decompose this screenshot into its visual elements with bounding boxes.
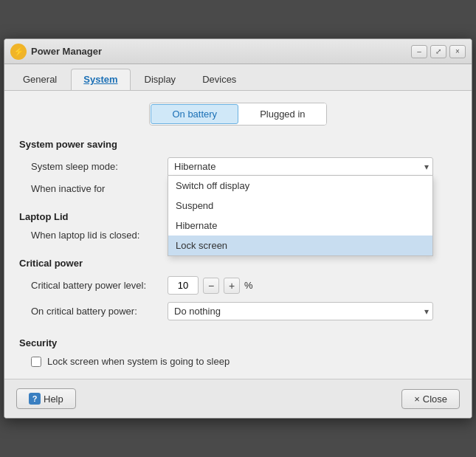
- help-button[interactable]: ? Help: [16, 388, 76, 409]
- titlebar-controls: – ⤢ ×: [411, 45, 466, 58]
- on-battery-button[interactable]: On battery: [151, 104, 238, 124]
- restore-button[interactable]: ⤢: [430, 45, 446, 58]
- on-critical-select[interactable]: Do nothing: [168, 302, 433, 320]
- tab-devices[interactable]: Devices: [190, 69, 249, 90]
- sleep-mode-row: System sleep mode: Hibernate ▾ Switch of…: [19, 157, 457, 176]
- inactive-label: When inactive for: [31, 183, 168, 194]
- on-critical-label: On critical battery power:: [31, 306, 168, 317]
- close-button[interactable]: × Close: [401, 389, 460, 409]
- power-manager-window: ⚡ Power Manager – ⤢ × General System Dis…: [4, 38, 472, 419]
- power-icon: ⚡: [10, 44, 27, 60]
- sleep-mode-dropdown-list: Switch off display Suspend Hibernate Loc…: [168, 176, 433, 256]
- tabs-bar: General System Display Devices: [4, 64, 472, 91]
- battery-toggle-group: On battery Plugged in: [19, 103, 457, 126]
- lock-screen-label: Lock screen when system is going to slee…: [47, 356, 230, 367]
- tab-general[interactable]: General: [10, 69, 69, 90]
- lock-screen-checkbox[interactable]: [31, 357, 41, 367]
- toggle-group: On battery Plugged in: [149, 103, 326, 126]
- critical-level-control: − + %: [168, 276, 457, 295]
- critical-level-label: Critical battery power level:: [31, 280, 168, 291]
- on-critical-wrapper: Do nothing ▾: [168, 302, 433, 320]
- system-power-saving-title: System power saving: [19, 139, 457, 150]
- dropdown-item-suspend[interactable]: Suspend: [168, 196, 432, 216]
- security-divider: [19, 329, 457, 330]
- close-window-button[interactable]: ×: [449, 45, 466, 58]
- percent-unit: %: [244, 280, 253, 291]
- decrement-button[interactable]: −: [203, 278, 219, 294]
- on-critical-control: Do nothing ▾: [168, 302, 457, 320]
- critical-level-input[interactable]: [168, 276, 199, 295]
- main-content: On battery Plugged in System power savin…: [4, 91, 472, 379]
- help-label: Help: [44, 394, 63, 405]
- critical-power-title: Critical power: [19, 258, 457, 269]
- increment-button[interactable]: +: [224, 278, 240, 294]
- dropdown-item-switch-off[interactable]: Switch off display: [168, 176, 432, 196]
- sleep-mode-dropdown-wrapper: Hibernate ▾ Switch off display Suspend H…: [168, 157, 433, 176]
- minimize-button[interactable]: –: [411, 45, 427, 58]
- titlebar: ⚡ Power Manager – ⤢ ×: [4, 39, 472, 64]
- sleep-mode-control: Hibernate ▾ Switch off display Suspend H…: [168, 157, 457, 176]
- sleep-mode-select[interactable]: Hibernate: [168, 157, 433, 176]
- security-title: Security: [19, 337, 457, 348]
- dropdown-item-lock-screen[interactable]: Lock screen: [168, 236, 432, 255]
- lid-closed-label: When laptop lid is closed:: [31, 230, 168, 241]
- close-label: Close: [423, 394, 447, 405]
- critical-level-row: Critical battery power level: − + %: [19, 276, 457, 295]
- on-critical-row: On critical battery power: Do nothing ▾: [19, 302, 457, 320]
- plugged-in-button[interactable]: Plugged in: [239, 103, 325, 125]
- close-icon: ×: [414, 394, 420, 405]
- titlebar-left: ⚡ Power Manager: [10, 44, 102, 60]
- tab-display[interactable]: Display: [132, 69, 189, 90]
- lock-screen-row: Lock screen when system is going to slee…: [19, 356, 457, 367]
- dropdown-item-hibernate[interactable]: Hibernate: [168, 216, 432, 236]
- window-title: Power Manager: [31, 46, 102, 57]
- tab-system[interactable]: System: [71, 69, 130, 90]
- sleep-mode-label: System sleep mode:: [31, 161, 168, 172]
- help-icon: ?: [29, 393, 41, 405]
- footer: ? Help × Close: [4, 379, 472, 418]
